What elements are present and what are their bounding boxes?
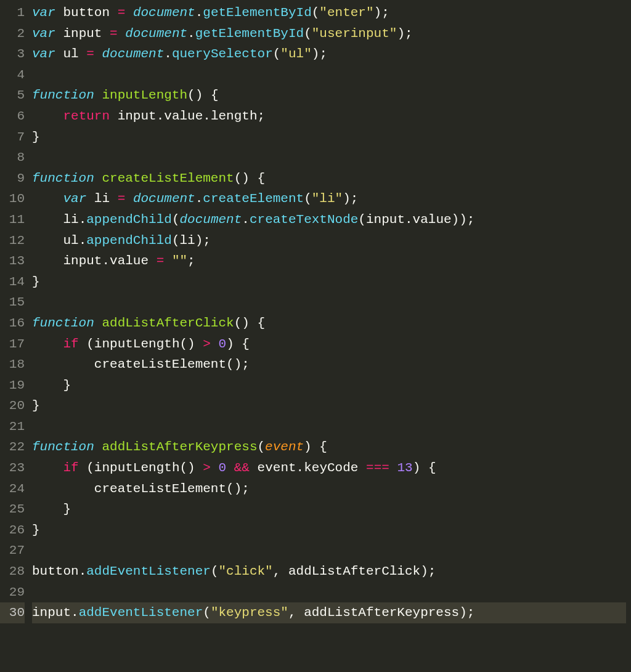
token-name-var: li: [63, 213, 78, 227]
token-kw-storage: function: [32, 316, 94, 330]
line-number: 9: [0, 168, 25, 189]
token-punct: (: [304, 192, 312, 206]
code-line[interactable]: [32, 147, 626, 168]
token-punct: [55, 47, 63, 61]
token-punct: [32, 109, 63, 123]
code-line[interactable]: }: [32, 395, 626, 416]
token-punct: [32, 192, 63, 206]
code-line[interactable]: var li = document.createElement("li");: [32, 188, 626, 209]
token-punct: [234, 337, 242, 351]
code-line[interactable]: var input = document.getElementById("use…: [32, 23, 626, 44]
line-number: 25: [0, 499, 25, 520]
code-line[interactable]: [32, 582, 626, 603]
token-punct: [211, 461, 219, 475]
token-punct: [32, 254, 63, 268]
token-name-var: input: [63, 26, 102, 41]
token-punct: }: [32, 399, 40, 413]
token-punct: {: [211, 88, 219, 102]
token-op: >: [203, 337, 211, 351]
line-number: 7: [0, 127, 25, 148]
token-punct: ,: [288, 605, 304, 620]
token-name-var: li: [179, 233, 195, 248]
token-string: "ul": [280, 47, 311, 61]
code-line[interactable]: function createListElement() {: [32, 168, 626, 189]
code-line[interactable]: }: [32, 375, 626, 396]
code-line[interactable]: }: [32, 520, 626, 541]
token-punct: [55, 26, 63, 41]
token-name-var: event: [258, 461, 296, 475]
token-kw-storage: var: [63, 192, 86, 206]
token-name-fn: createListElement: [102, 171, 234, 185]
token-punct: [94, 171, 102, 185]
token-punct: ): [195, 233, 203, 248]
token-punct: {: [258, 316, 266, 330]
token-punct: (: [172, 233, 180, 248]
token-punct: [32, 233, 63, 248]
token-method: getElementById: [203, 6, 311, 20]
token-punct: (: [79, 337, 94, 351]
token-punct: [86, 192, 94, 206]
token-punct: [195, 461, 203, 475]
code-line[interactable]: [32, 416, 626, 437]
token-punct: (: [211, 564, 219, 578]
line-number: 29: [0, 582, 25, 603]
line-number: 10: [0, 188, 25, 209]
line-number: 27: [0, 540, 25, 561]
token-name-var: inputLength: [94, 337, 180, 351]
token-punct: .: [242, 213, 250, 227]
code-line[interactable]: [32, 540, 626, 561]
line-number: 15: [0, 292, 25, 313]
token-punct: ;: [187, 254, 195, 268]
line-number: 3: [0, 44, 25, 65]
code-line[interactable]: button.addEventListener("click", addList…: [32, 561, 626, 582]
code-line[interactable]: return input.value.length;: [32, 106, 626, 127]
code-line[interactable]: }: [32, 127, 626, 148]
token-punct: (: [257, 440, 265, 454]
token-punct: .: [203, 109, 211, 123]
code-line[interactable]: [32, 65, 626, 86]
code-line[interactable]: input.value = "";: [32, 251, 626, 272]
token-method: querySelector: [172, 47, 273, 61]
code-line[interactable]: if (inputLength() > 0 && event.keyCode =…: [32, 458, 626, 479]
token-punct: (: [312, 6, 320, 20]
token-punct: (: [358, 213, 366, 227]
code-line[interactable]: }: [32, 272, 626, 293]
code-line[interactable]: input.addEventListener("keypress", addLi…: [32, 602, 626, 623]
token-punct: [118, 26, 126, 41]
token-punct: [94, 316, 102, 330]
code-line[interactable]: createListElement();: [32, 354, 626, 375]
token-punct: [125, 6, 133, 20]
token-support: document: [133, 192, 195, 206]
code-line[interactable]: createListElement();: [32, 479, 626, 500]
code-line[interactable]: [32, 292, 626, 313]
code-line[interactable]: var button = document.getElementById("en…: [32, 2, 626, 23]
line-number: 11: [0, 209, 25, 230]
token-punct: [125, 192, 133, 206]
code-line[interactable]: function addListAfterClick() {: [32, 313, 626, 334]
code-line[interactable]: if (inputLength() > 0) {: [32, 334, 626, 355]
token-punct: }: [32, 130, 40, 144]
token-punct: .: [71, 605, 79, 620]
token-punct: ;: [203, 233, 211, 248]
token-punct: ): [304, 440, 312, 454]
token-punct: ;: [242, 357, 250, 371]
token-punct: [195, 337, 203, 351]
token-punct: .: [79, 213, 87, 227]
code-line[interactable]: }: [32, 499, 626, 520]
code-line[interactable]: ul.appendChild(li);: [32, 230, 626, 251]
token-punct: [102, 26, 110, 41]
line-number: 8: [0, 147, 25, 168]
token-name-var: button: [32, 564, 79, 578]
token-punct: [32, 337, 63, 351]
code-area[interactable]: var button = document.getElementById("en…: [32, 0, 631, 672]
code-line[interactable]: var ul = document.querySelector("ul");: [32, 44, 626, 65]
token-punct: .: [195, 6, 203, 20]
code-line[interactable]: function addListAfterKeypress(event) {: [32, 437, 626, 458]
code-editor[interactable]: 1234567891011121314151617181920212223242…: [0, 0, 631, 672]
code-line[interactable]: li.appendChild(document.createTextNode(i…: [32, 209, 626, 230]
token-name-var: li: [94, 192, 110, 206]
token-op: =: [86, 47, 94, 61]
code-line[interactable]: function inputLength() {: [32, 85, 626, 106]
token-punct: [32, 213, 63, 227]
token-punct: (: [79, 461, 94, 475]
